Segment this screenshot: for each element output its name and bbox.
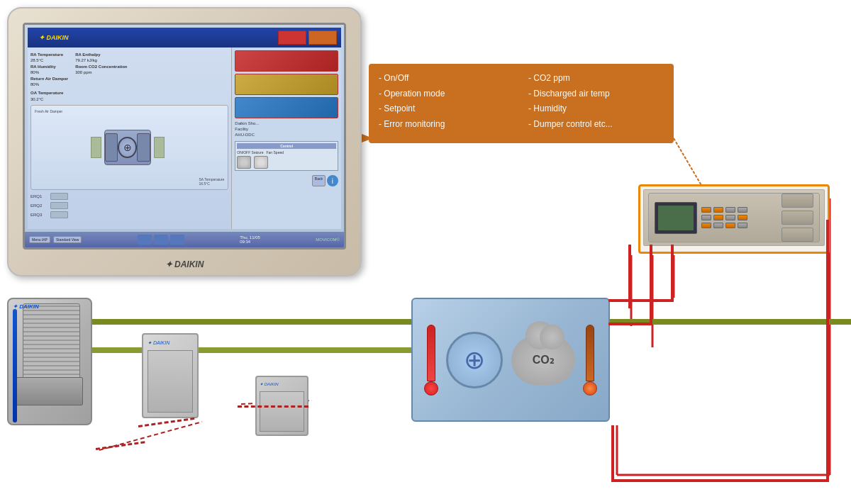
movicom-label: MOVICOM© xyxy=(316,237,340,242)
microtech-controller-box xyxy=(638,184,830,254)
standard-view-btn[interactable]: Standard View xyxy=(53,236,82,243)
vrv-unit: ✦ DAIKIN xyxy=(7,298,92,447)
red-line-h-top xyxy=(608,299,674,302)
hmi-right-panel: Daikin Sho... Facility AHU-DDC Control O… xyxy=(231,47,341,229)
hmi-time: Thu, 11/0509:34 xyxy=(240,235,260,244)
hmi-panel: ✦ DAIKIN RA Temperature28.5°C RA Hum xyxy=(7,7,362,276)
hmi-control: Control ON/OFF Seizure Fan Speed xyxy=(235,141,338,171)
menu-btn[interactable]: Menu IAP xyxy=(29,236,50,243)
controller-modules xyxy=(782,194,813,242)
controller-body xyxy=(648,193,819,242)
hmi-header: ✦ DAIKIN xyxy=(28,28,341,47)
hmi-erq-items: ERQ1 ERQ2 ERQ3 xyxy=(30,193,228,218)
thermometer-left xyxy=(424,325,438,396)
hmi-bottom-bar: Menu IAP Standard View Thu, 11/0509:34 M… xyxy=(25,232,344,247)
daikin-brand: ✦ DAIKIN xyxy=(165,259,204,269)
ahu-box-main: ⊕ CO₂ xyxy=(411,298,610,422)
red-line-h-mid xyxy=(608,323,652,325)
dashed-ekeq xyxy=(238,405,308,408)
controller-buttons xyxy=(701,207,747,228)
bacnet-content: - On/Off - Operation mode - Setpoint - E… xyxy=(379,71,664,132)
ahu-diagram-hmi: Fresh Air Damper ⊕ SA Temperature16.5°C xyxy=(30,105,228,190)
red-line-bottom-h xyxy=(611,479,829,482)
vrv-box: ✦ DAIKIN xyxy=(7,298,92,425)
ahu-fan: ⊕ xyxy=(446,332,503,388)
daikin-hmi-logo: ✦ DAIKIN xyxy=(39,34,69,41)
controller-image xyxy=(643,189,825,246)
red-line-bottom-v xyxy=(611,425,614,482)
hmi-nav-icons xyxy=(138,235,184,245)
bacnet-item-setpoint: - Setpoint xyxy=(379,101,514,117)
red-line-1 xyxy=(671,245,674,301)
dashed-f1f2-1 xyxy=(96,441,145,450)
info-btn[interactable]: i xyxy=(327,175,338,186)
exexv-box: ✦ DAIKIN xyxy=(142,333,199,418)
sa-temp: SA Temperature16.5°C xyxy=(199,177,225,186)
ahu-box-hmi: ⊕ xyxy=(104,130,151,165)
fan-icon: ⊕ xyxy=(118,137,137,158)
co2-cloud: CO₂ xyxy=(511,335,575,385)
red-line-right-v xyxy=(826,220,829,482)
back-btn[interactable]: Back xyxy=(312,175,326,186)
bacnet-info-box: - On/Off - Operation mode - Setpoint - E… xyxy=(369,64,674,143)
ahu-unit: ⊕ CO₂ xyxy=(411,298,610,439)
bacnet-item-discharged: - Discharged air temp xyxy=(528,86,664,102)
vrv-grille xyxy=(23,303,87,374)
daikin-vrv-logo: ✦ DAIKIN xyxy=(13,303,39,310)
ekeq-unit: ✦ DAIKIN xyxy=(255,376,308,447)
bacnet-item-op-mode: - Operation mode xyxy=(379,86,514,102)
hmi-screen: ✦ DAIKIN RA Temperature28.5°C RA Hum xyxy=(23,23,346,250)
bacnet-right-col: - CO2 ppm - Discharged air temp - Humidi… xyxy=(528,71,664,132)
bacnet-item-on-off: - On/Off xyxy=(379,71,514,86)
liquid-pipe xyxy=(92,347,411,353)
bacnet-item-dumper: - Dumper control etc... xyxy=(528,117,664,133)
bacnet-item-co2: - CO2 ppm xyxy=(528,71,664,86)
red-line-2 xyxy=(650,245,652,323)
thermometer-right xyxy=(583,325,597,396)
hmi-thumbnails xyxy=(235,50,338,118)
bacnet-item-humidity: - Humidity xyxy=(528,101,664,117)
bacnet-item-error-mon: - Error monitoring xyxy=(379,117,514,133)
hmi-left-panel: RA Temperature28.5°C RA Humidity80% Retu… xyxy=(28,47,231,229)
bacnet-left-col: - On/Off - Operation mode - Setpoint - E… xyxy=(379,71,514,132)
hmi-data-right: RA Enthalpy79.27 kJ/kg Room CO2 Concentr… xyxy=(75,52,127,102)
controller-display xyxy=(655,202,697,234)
vrv-bottom xyxy=(16,377,83,405)
hmi-data-left: RA Temperature28.5°C RA Humidity80% Retu… xyxy=(30,52,68,102)
